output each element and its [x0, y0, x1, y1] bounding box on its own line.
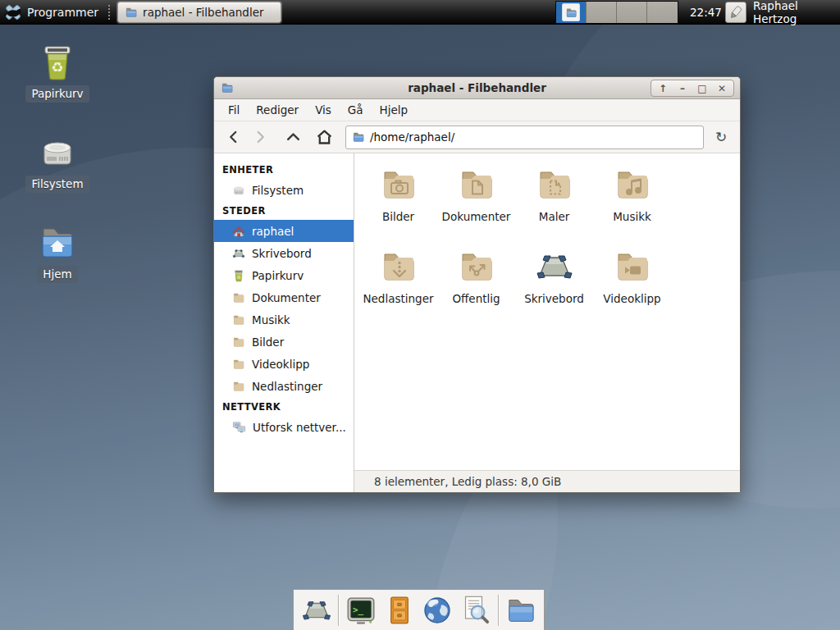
dock-separator [338, 595, 339, 626]
file-item-public[interactable]: Offentlig [437, 247, 515, 329]
applications-menu-label: Programmer [27, 6, 98, 19]
sidebar-item-documents[interactable]: Dokumenter [214, 286, 354, 308]
desktop-icon-filesystem[interactable]: Filsystem [12, 133, 103, 193]
menu-help[interactable]: Hjelp [372, 101, 416, 119]
applications-menu-button[interactable]: Programmer [0, 0, 105, 24]
sidebar-item-desktop[interactable]: Skrivebord [214, 242, 354, 264]
home-icon [316, 129, 333, 146]
file-item-music[interactable]: Musikk [593, 165, 671, 247]
folder-video-icon [613, 247, 652, 286]
file-label: Bilder [382, 210, 414, 223]
top-panel: Programmer raphael - Filbehandler 22:47 … [0, 0, 840, 25]
trash-icon [232, 269, 245, 282]
up-button[interactable] [281, 126, 304, 148]
file-cabinet-launcher[interactable] [383, 594, 415, 627]
sidebar-item-downloads[interactable]: Nedlastinger [214, 375, 354, 397]
status-bar: 8 ielementer, Ledig plass: 8,0 GiB [354, 470, 740, 492]
menu-file[interactable]: Fil [221, 101, 247, 119]
sidebar-header-network: NETTVERK [214, 397, 354, 416]
sidebar-item-label: Bilder [252, 336, 284, 349]
clock[interactable]: 22:47 [690, 0, 722, 25]
folder-icon [232, 358, 245, 371]
maximize-button[interactable]: □ [692, 81, 712, 96]
dock-panel [293, 589, 545, 630]
path-bar[interactable]: /home/raphael/ [345, 126, 704, 149]
menu-edit[interactable]: Rediger [249, 101, 306, 119]
back-button[interactable] [222, 126, 245, 148]
sidebar-item-label: Filsystem [252, 184, 304, 197]
sidebar-item-pictures[interactable]: Bilder [214, 331, 354, 353]
file-label: Offentlig [452, 292, 500, 305]
file-item-videos[interactable]: Videoklipp [593, 247, 671, 329]
file-label: Musikk [613, 210, 651, 223]
pen-icon [728, 4, 744, 21]
desktop-icon-trash[interactable]: Papirkurv [12, 43, 103, 103]
sidebar-item-filesystem[interactable]: Filsystem [214, 179, 354, 201]
file-manager-window: raphael - Filbehandler ↑ – □ ✕ Fil Redig… [213, 76, 741, 493]
sidebar-item-label: Skrivebord [252, 247, 312, 260]
folder-document-icon [457, 165, 496, 204]
sidebar-item-label: Videoklipp [252, 358, 309, 371]
sidebar-item-label: raphael [252, 225, 294, 238]
sidebar-item-videos[interactable]: Videoklipp [214, 353, 354, 375]
show-desktop-button[interactable] [300, 594, 332, 627]
web-browser-launcher[interactable] [421, 594, 454, 627]
sidebar-item-music[interactable]: Musikk [214, 308, 354, 331]
file-label: Dokumenter [442, 210, 511, 223]
network-icon [232, 420, 246, 434]
menu-view[interactable]: Vis [308, 101, 339, 119]
sidebar-item-label: Dokumenter [252, 291, 321, 304]
sidebar-item-label: Musikk [252, 313, 290, 326]
tasklist-handle [108, 5, 112, 20]
desktop-icon-home[interactable]: Hjem [12, 223, 103, 283]
taskbar-window-label: raphael - Filbehandler [143, 6, 263, 19]
globe-icon [421, 594, 454, 627]
file-item-pictures[interactable]: Bilder [359, 165, 437, 247]
window-folder-icon [221, 81, 234, 94]
user-menu[interactable]: Raphael Hertzog [753, 0, 840, 25]
file-item-desktop[interactable]: Skrivebord [515, 247, 593, 329]
workspace-3[interactable] [617, 2, 647, 23]
sidebar-item-browse-network[interactable]: Utforsk nettver... [214, 416, 354, 438]
taskbar-window-button[interactable]: raphael - Filbehandler [117, 2, 281, 23]
drive-icon [232, 184, 245, 197]
workspace-1[interactable] [556, 2, 587, 23]
session-menu-button[interactable] [725, 2, 746, 23]
file-cabinet-icon [384, 595, 415, 626]
home-folder-icon [38, 223, 77, 262]
file-item-documents[interactable]: Dokumenter [437, 165, 515, 247]
file-label: Nedlastinger [363, 292, 433, 305]
sidebar-item-label: Utforsk nettver... [253, 421, 346, 434]
forward-button[interactable] [249, 126, 272, 148]
dock-separator [498, 595, 499, 626]
file-item-templates[interactable]: Maler [515, 165, 593, 247]
folder-download-icon [379, 247, 418, 286]
back-icon [226, 130, 241, 144]
terminal-launcher[interactable] [345, 594, 377, 627]
shade-button[interactable]: ↑ [653, 81, 673, 96]
workspace-4[interactable] [647, 2, 678, 23]
sidebar-item-label: Nedlastinger [252, 380, 322, 393]
folder-icon [232, 336, 245, 349]
sidebar-item-label: Papirkurv [252, 269, 304, 282]
home-button[interactable] [313, 126, 336, 148]
xfce-logo-icon [4, 3, 22, 21]
file-manager-launcher[interactable] [504, 594, 537, 627]
show-desktop-icon [301, 595, 332, 626]
file-item-downloads[interactable]: Nedlastinger [359, 247, 437, 329]
sidebar-item-trash[interactable]: Papirkurv [214, 264, 354, 286]
forward-icon [253, 130, 267, 144]
workspace-2[interactable] [587, 2, 617, 23]
search-launcher[interactable] [459, 594, 492, 627]
sidebar-item-home[interactable]: raphael [214, 220, 354, 242]
folder-icon [232, 291, 245, 304]
window-titlebar[interactable]: raphael - Filbehandler ↑ – □ ✕ [214, 77, 740, 99]
reload-button[interactable]: ↻ [710, 126, 732, 148]
file-view[interactable]: Bilder Dokumenter [354, 153, 740, 470]
menu-go[interactable]: Gå [340, 101, 371, 119]
file-label: Skrivebord [524, 292, 584, 305]
up-icon [285, 130, 301, 145]
sidebar: ENHETER Filsystem STEDER raphael Skriveb… [214, 153, 354, 492]
close-button[interactable]: ✕ [712, 81, 732, 96]
minimize-button[interactable]: – [673, 81, 692, 96]
